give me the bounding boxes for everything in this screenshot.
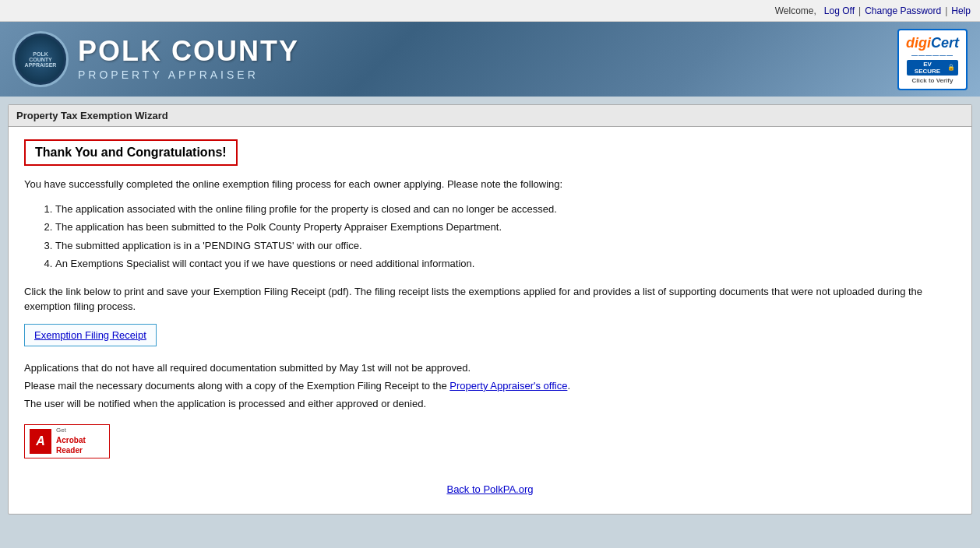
log-off-link[interactable]: Log Off xyxy=(824,5,855,16)
step-3: The submitted application is in a 'PENDI… xyxy=(55,238,956,254)
acrobat-reader-label2: Reader xyxy=(56,445,86,455)
logo-text: POLKCOUNTYAPPRAISER xyxy=(25,51,57,68)
acrobat-text-block: Get Acrobat Reader xyxy=(56,427,86,455)
acrobat-get: Get xyxy=(56,427,86,434)
county-name: POLK COUNTY xyxy=(78,37,299,65)
receipt-link-box: Exemption Filing Receipt xyxy=(24,324,157,346)
acrobat-logo-icon: A xyxy=(30,429,51,454)
notice-line2: Please mail the necessary documents alon… xyxy=(24,377,956,395)
content-panel: Property Tax Exemption Wizard Thank You … xyxy=(8,104,972,515)
receipt-description: Click the link below to print and save y… xyxy=(24,284,956,314)
logo-inner: POLKCOUNTYAPPRAISER xyxy=(17,36,64,83)
notice-line1: Applications that do not have all requir… xyxy=(24,359,956,377)
top-navigation: Welcome, Log Off | Change Password | Hel… xyxy=(0,0,980,22)
lock-icon: 🔒 xyxy=(947,64,955,71)
header-title-block: POLK COUNTY PROPERTY APPRAISER xyxy=(78,37,299,81)
main-wrapper: Property Tax Exemption Wizard Thank You … xyxy=(0,97,980,548)
step-2: The application has been submitted to th… xyxy=(55,220,956,235)
digicert-sub: —————— xyxy=(911,51,954,58)
header-subtitle: PROPERTY APPRAISER xyxy=(78,68,299,81)
welcome-text: Welcome, xyxy=(775,5,816,16)
notice-line2-after: . xyxy=(567,380,570,392)
exemption-filing-receipt-link[interactable]: Exemption Filing Receipt xyxy=(34,329,146,341)
sep2: | xyxy=(945,5,947,16)
digicert-click-verify: Click to Verify xyxy=(912,77,954,84)
digicert-logo-digi: digi xyxy=(906,35,931,51)
notice-block: Applications that do not have all requir… xyxy=(24,359,956,413)
notice-line2-before: Please mail the necessary documents alon… xyxy=(24,380,449,392)
steps-list: The application associated with the onli… xyxy=(55,202,956,272)
step-1: The application associated with the onli… xyxy=(55,202,956,217)
sep1: | xyxy=(858,5,861,16)
acrobat-reader-label: Acrobat xyxy=(56,435,86,445)
property-appraiser-office-link[interactable]: Property Appraiser's office xyxy=(449,380,567,392)
digicert-ev: EV SECURE 🔒 xyxy=(907,60,958,76)
site-header: POLKCOUNTYAPPRAISER POLK COUNTY PROPERTY… xyxy=(0,22,980,97)
digicert-badge[interactable]: digi Cert —————— EV SECURE 🔒 Click to Ve… xyxy=(897,29,968,90)
panel-title: Property Tax Exemption Wizard xyxy=(9,105,971,127)
county-logo: POLKCOUNTYAPPRAISER xyxy=(12,31,69,87)
help-link[interactable]: Help xyxy=(951,5,971,16)
change-password-link[interactable]: Change Password xyxy=(865,5,941,16)
panel-body: Thank You and Congratulations! You have … xyxy=(9,127,971,514)
digicert-logo-cert: Cert xyxy=(931,35,959,51)
thank-you-heading: Thank You and Congratulations! xyxy=(24,139,238,166)
header-branding: POLKCOUNTYAPPRAISER POLK COUNTY PROPERTY… xyxy=(12,31,299,87)
step-4: An Exemptions Specialist will contact yo… xyxy=(55,256,956,272)
notice-line3: The user will be notified when the appli… xyxy=(24,395,956,413)
acrobat-badge[interactable]: A Get Acrobat Reader xyxy=(24,424,110,458)
back-link-row: Back to PolkPA.org xyxy=(24,477,956,501)
back-to-polkpa-link[interactable]: Back to PolkPA.org xyxy=(446,483,533,495)
intro-text: You have successfully completed the onli… xyxy=(24,177,956,192)
